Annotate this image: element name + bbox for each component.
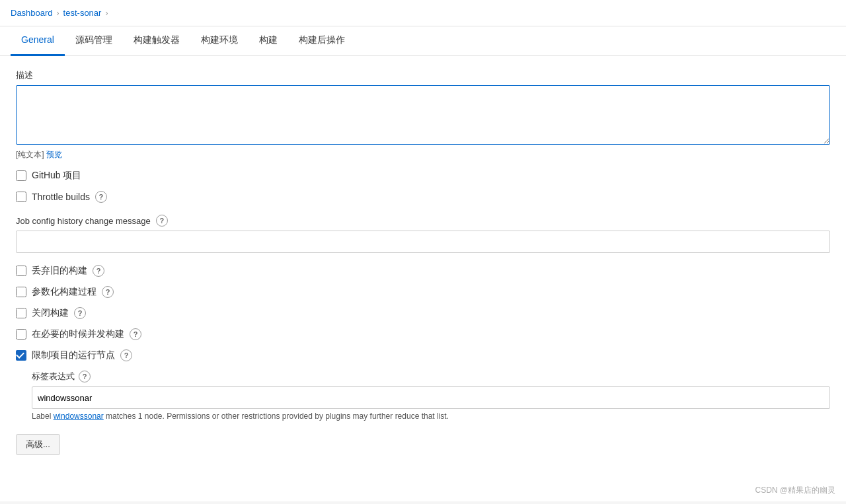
breadcrumb-dashboard[interactable]: Dashboard bbox=[11, 8, 53, 18]
preview-link[interactable]: 预览 bbox=[46, 150, 62, 159]
parameterized-checkbox[interactable] bbox=[16, 287, 26, 297]
breadcrumb-sep-2: › bbox=[105, 9, 108, 18]
label-info-rest: matches 1 node. Permissions or other res… bbox=[106, 412, 449, 421]
throttle-builds-checkbox[interactable] bbox=[16, 192, 26, 202]
concurrent-build-label: 在必要的时候并发构建 bbox=[32, 328, 124, 340]
disable-build-checkbox[interactable] bbox=[16, 308, 26, 318]
label-expr-label-row: 标签表达式 ? bbox=[32, 371, 830, 382]
throttle-builds-help-icon[interactable]: ? bbox=[95, 191, 107, 203]
breadcrumb-sep-1: › bbox=[57, 9, 59, 18]
discard-old-label: 丢弃旧的构建 bbox=[32, 265, 87, 277]
job-config-help-icon[interactable]: ? bbox=[156, 215, 168, 227]
advanced-button[interactable]: 高级... bbox=[16, 434, 60, 455]
tab-build-env[interactable]: 构建环境 bbox=[190, 26, 249, 56]
tab-build-triggers[interactable]: 构建触发器 bbox=[123, 26, 190, 56]
label-expr-help-icon[interactable]: ? bbox=[79, 371, 91, 382]
restrict-node-checkbox[interactable] bbox=[16, 350, 26, 361]
parameterized-row: 参数化构建过程 ? bbox=[16, 286, 830, 298]
tab-source-control[interactable]: 源码管理 bbox=[65, 26, 123, 56]
job-config-field: Job config history change message ? bbox=[16, 215, 830, 253]
form-content: 描述 [纯文本] 预览 GitHub 项目 Throttle builds ? … bbox=[0, 56, 846, 468]
description-field: 描述 [纯文本] 预览 bbox=[16, 69, 830, 161]
github-project-row: GitHub 项目 bbox=[16, 170, 830, 182]
tab-build[interactable]: 构建 bbox=[249, 26, 288, 56]
breadcrumb: Dashboard › test-sonar › bbox=[0, 0, 846, 26]
tab-general[interactable]: General bbox=[11, 26, 65, 56]
parameterized-label: 参数化构建过程 bbox=[32, 286, 96, 298]
label-expr-label: 标签表达式 bbox=[32, 371, 75, 382]
discard-old-help-icon[interactable]: ? bbox=[93, 265, 104, 277]
job-config-label-row: Job config history change message ? bbox=[16, 215, 830, 227]
tab-post-build[interactable]: 构建后操作 bbox=[288, 26, 356, 56]
github-project-label: GitHub 项目 bbox=[32, 170, 81, 182]
concurrent-build-row: 在必要的时候并发构建 ? bbox=[16, 328, 830, 340]
job-config-input[interactable] bbox=[16, 231, 830, 253]
label-info-text: Label windowssonar matches 1 node. Permi… bbox=[32, 412, 830, 421]
watermark: CSDN @精果店的幽灵 bbox=[755, 485, 835, 496]
tab-bar: General 源码管理 构建触发器 构建环境 构建 构建后操作 bbox=[0, 26, 846, 56]
disable-build-label: 关闭构建 bbox=[32, 307, 69, 319]
concurrent-build-help-icon[interactable]: ? bbox=[130, 328, 141, 340]
disable-build-help-icon[interactable]: ? bbox=[74, 307, 86, 319]
throttle-builds-row: Throttle builds ? bbox=[16, 191, 830, 203]
main-content: General 源码管理 构建触发器 构建环境 构建 构建后操作 描述 [纯文本… bbox=[0, 26, 846, 501]
description-textarea[interactable] bbox=[16, 85, 830, 145]
github-project-checkbox[interactable] bbox=[16, 170, 26, 181]
parameterized-help-icon[interactable]: ? bbox=[102, 286, 114, 298]
restrict-node-row: 限制项目的运行节点 ? bbox=[16, 349, 830, 361]
job-config-label: Job config history change message bbox=[16, 216, 151, 226]
restrict-node-label: 限制项目的运行节点 bbox=[32, 349, 115, 361]
plain-text-label: [纯文本] bbox=[16, 150, 44, 159]
disable-build-row: 关闭构建 ? bbox=[16, 307, 830, 319]
restrict-node-help-icon[interactable]: ? bbox=[120, 349, 132, 361]
discard-old-checkbox[interactable] bbox=[16, 266, 26, 276]
concurrent-build-checkbox[interactable] bbox=[16, 329, 26, 340]
description-label: 描述 bbox=[16, 69, 830, 81]
label-expr-input[interactable] bbox=[32, 386, 830, 409]
throttle-builds-label: Throttle builds bbox=[32, 192, 90, 202]
breadcrumb-test-sonar[interactable]: test-sonar bbox=[63, 8, 102, 18]
preview-row: [纯文本] 预览 bbox=[16, 149, 830, 161]
label-expr-section: 标签表达式 ? Label windowssonar matches 1 nod… bbox=[32, 371, 830, 421]
discard-old-row: 丢弃旧的构建 ? bbox=[16, 265, 830, 277]
label-info-link[interactable]: windowssonar bbox=[54, 412, 104, 421]
